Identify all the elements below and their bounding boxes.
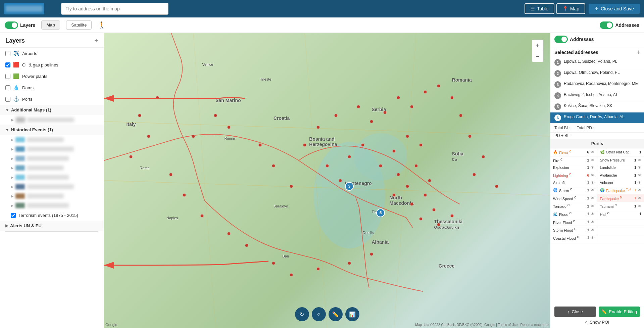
map-ctrl-chart[interactable]: 📊	[345, 307, 359, 321]
volcano-eye[interactable]: 👁	[638, 181, 641, 185]
airports-icon: ✈️	[13, 50, 19, 56]
additional-maps-section[interactable]: ▼ Additional Maps (1)	[0, 105, 104, 115]
fire-name: Fire C	[553, 158, 586, 163]
enable-editing-button[interactable]: ✏️ Enable Editing	[599, 307, 640, 317]
map-ctrl-draw[interactable]: ✏️	[329, 307, 343, 321]
lightning-eye[interactable]: 👁	[591, 173, 594, 177]
historical-events-section[interactable]: ▼ Historical Events (1)	[0, 125, 104, 135]
hail-count: 1	[639, 212, 641, 216]
right-panel-addresses-toggle[interactable]: Addresses	[554, 36, 594, 43]
show-poi-row[interactable]: ○ Show POI	[554, 320, 640, 325]
snow-pressure-eye[interactable]: 👁	[638, 158, 641, 162]
peril-empty-1	[597, 218, 644, 226]
address-item-3[interactable]: 3 Radanovici, Radanovici, Montenegro, ME	[550, 79, 644, 90]
event-dot	[424, 193, 427, 197]
address-item-4[interactable]: 4 Bachweg 2, Ischgl, Austria, AT	[550, 90, 644, 101]
terrorism-item[interactable]: Terrorism events (1975 - 2015)	[0, 210, 104, 221]
add-address-button[interactable]: +	[636, 49, 640, 56]
right-addresses-track[interactable]	[554, 36, 568, 43]
flood-eye[interactable]: 👁	[591, 212, 594, 216]
tornado-count: 1	[587, 204, 589, 208]
layers-toggle[interactable]: Layers	[5, 21, 35, 29]
address-item-1[interactable]: 1 Lipowa 1, Suszec, Poland, PL	[550, 57, 644, 68]
coastal-flood-eye[interactable]: 👁	[591, 236, 594, 240]
zoom-out-button[interactable]: −	[532, 51, 543, 62]
tornado-eye[interactable]: 👁	[591, 204, 594, 208]
close-button[interactable]: ↑ Close	[554, 307, 596, 317]
event-dot	[419, 217, 423, 221]
alerts-section[interactable]: ▶ Alerts UN & EU	[0, 221, 104, 231]
addresses-toggle-track[interactable]	[600, 21, 613, 29]
right-panel-bottom: ↑ Close ✏️ Enable Editing ○ Show POI	[550, 303, 644, 328]
tsunami-eye[interactable]: 👁	[638, 204, 641, 208]
layer-ports[interactable]: ⚓ Ports	[0, 93, 104, 105]
landslide-eye[interactable]: 👁	[638, 166, 641, 170]
layers-add-button[interactable]: +	[94, 37, 98, 45]
address-item-2[interactable]: 2 Lipowa, Otmuchów, Poland, PL	[550, 68, 644, 79]
event-dot	[495, 185, 498, 188]
avalanche-eye[interactable]: 👁	[638, 173, 641, 177]
earthquake2-eye[interactable]: 👁	[638, 196, 641, 200]
historical-item-5[interactable]: ▶	[0, 173, 104, 182]
addresses-toggle[interactable]: Addresses	[600, 21, 639, 29]
event-dot	[227, 126, 231, 129]
close-save-button[interactable]: ✈ Close and Save	[589, 4, 640, 14]
map-ctrl-refresh[interactable]: ↻	[295, 307, 309, 321]
explosion-count: 1	[587, 166, 589, 170]
event-dot	[397, 96, 400, 99]
aircraft-eye[interactable]: 👁	[591, 181, 594, 185]
save-icon: ✈	[595, 6, 599, 11]
power-plants-checkbox[interactable]	[5, 74, 10, 79]
terrorism-checkbox[interactable]	[11, 213, 16, 218]
river-flood-eye[interactable]: 👁	[591, 220, 594, 224]
zoom-in-button[interactable]: +	[532, 40, 543, 51]
ports-checkbox[interactable]	[5, 97, 10, 102]
marker-3[interactable]: 3	[345, 182, 354, 191]
map-ctrl-circle[interactable]: ○	[312, 307, 326, 321]
map-button[interactable]: 📍 Map	[556, 3, 585, 14]
address-item-5[interactable]: 5 Košice, Šaca, Slovakia, SK	[550, 101, 644, 112]
table-icon: ☰	[531, 6, 535, 11]
person-icon[interactable]: 🚶	[98, 21, 106, 29]
fire-eye[interactable]: 👁	[591, 158, 594, 162]
map-type-satellite-button[interactable]: Satellite	[66, 20, 92, 30]
oil-gas-icon: 🟥	[13, 62, 19, 68]
landslide-name: Landslide	[600, 166, 633, 170]
map-label: Map	[570, 6, 579, 11]
airports-label: Airports	[22, 51, 37, 56]
terrorism-label: Terrorism events (1975 - 2015)	[18, 213, 78, 218]
historical-item-4[interactable]: ▶	[0, 163, 104, 173]
additional-map-item-1[interactable]: ▶	[0, 115, 104, 125]
explosion-eye[interactable]: 👁	[591, 166, 594, 170]
historical-item-1[interactable]: ▶	[0, 135, 104, 144]
historical-item-8[interactable]: ▶	[0, 201, 104, 210]
wind-speed-eye[interactable]: 👁	[591, 196, 594, 200]
historical-item-2[interactable]: ▶	[0, 144, 104, 154]
earthquake1-eye[interactable]: 👁	[638, 188, 641, 192]
storm-flood-eye[interactable]: 👁	[591, 228, 594, 232]
layer-dams[interactable]: 💧 Dams	[0, 82, 104, 93]
table-button[interactable]: ☰ Table	[525, 3, 554, 14]
map-type-map-button[interactable]: Map	[41, 20, 60, 30]
historical-item-3[interactable]: ▶	[0, 154, 104, 163]
layer-oil-gas[interactable]: 🟥 Oil & gas pipelines	[0, 59, 104, 71]
marker-6[interactable]: 6	[376, 208, 385, 217]
flexa-name: Flexa C	[559, 150, 586, 155]
layer-airports[interactable]: ✈️ Airports	[0, 48, 104, 59]
layer-power-plants[interactable]: 🟩 Power plants	[0, 71, 104, 82]
airports-checkbox[interactable]	[5, 51, 10, 56]
address-item-6[interactable]: 6 Rruga Currila, Durrës, Albania, AL	[550, 112, 644, 124]
oil-gas-checkbox[interactable]	[5, 62, 10, 67]
address-search-input[interactable]	[61, 3, 168, 15]
historical-item-6[interactable]: ▶	[0, 182, 104, 191]
historical-item-7[interactable]: ▶	[0, 191, 104, 201]
event-dot	[290, 273, 293, 277]
map-area[interactable]: Italy San Marino Croatia Bosnia andHerze…	[104, 33, 550, 328]
second-bar-right: Addresses	[600, 21, 639, 29]
layers-toggle-track[interactable]	[5, 21, 18, 29]
flexa-eye[interactable]: 👁	[591, 150, 594, 154]
close-save-label: Close and Save	[601, 6, 634, 11]
storm-eye[interactable]: 👁	[591, 188, 594, 192]
dams-checkbox[interactable]	[5, 85, 10, 90]
perils-grid: 🔥 Flexa C 6 👁 🌿 Other Nat Cat 1 Fire C 1…	[550, 148, 644, 242]
